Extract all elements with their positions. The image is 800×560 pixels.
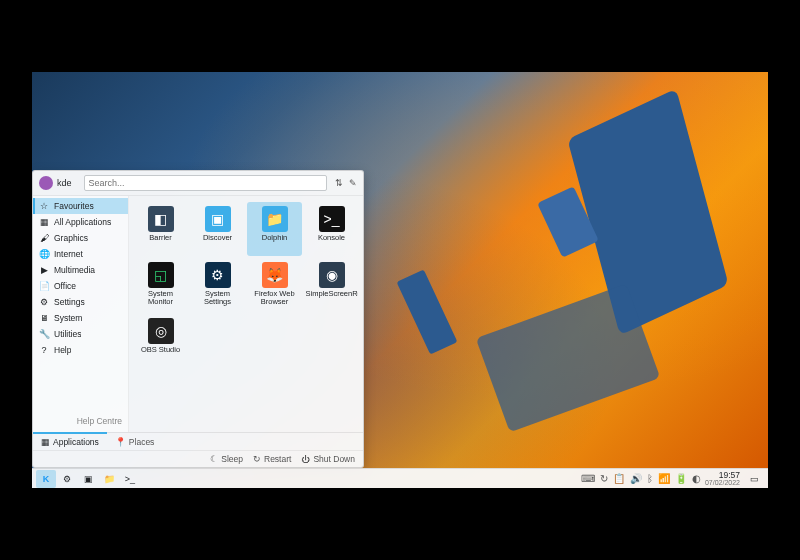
keyboard-layout-icon[interactable]: ⌨ [581,473,595,484]
category-label: Internet [54,249,83,259]
taskbar-app-launcher[interactable]: K [36,470,56,488]
app-icon: ◧ [148,206,174,232]
shutdown-button[interactable]: ⏻Shut Down [301,454,355,464]
category-icon: 🌐 [39,249,49,259]
category-label: Settings [54,297,85,307]
app-simplescreenrecorder[interactable]: ◉SimpleScreenRecorder [304,258,359,312]
category-label: Graphics [54,233,88,243]
network-icon[interactable]: 📶 [658,473,670,484]
category-sidebar: ☆Favourites▦All Applications🖌Graphics🌐In… [33,196,129,432]
app-label: SimpleScreenRecorder [306,290,358,298]
app-obs-studio[interactable]: ◎OBS Studio [133,314,188,368]
wallpaper-shape [397,269,458,354]
category-icon: 🖌 [39,233,49,243]
tab-applications[interactable]: ▦Applications [33,432,107,450]
taskbar-konsole[interactable]: >_ [120,470,140,488]
category-utilities[interactable]: 🔧Utilities [33,326,128,342]
app-label: Firefox Web Browser [249,290,301,307]
category-all-applications[interactable]: ▦All Applications [33,214,128,230]
category-icon: 📄 [39,281,49,291]
user-avatar[interactable] [39,176,53,190]
launcher-tabs: ▦Applications📍Places [33,432,363,450]
updates-icon[interactable]: ↻ [600,473,608,484]
app-firefox-web-browser[interactable]: 🦊Firefox Web Browser [247,258,302,312]
volume-icon[interactable]: 🔊 [630,473,642,484]
category-settings[interactable]: ⚙Settings [33,294,128,310]
system-tray: ⌨↻📋🔊ᛒ📶🔋◐ [581,473,701,484]
category-icon: ▦ [39,217,49,227]
application-launcher: kde ⇅ ✎ ☆Favourites▦All Applications🖌Gra… [32,170,364,468]
app-label: Konsole [318,234,345,242]
screen-frame: kde ⇅ ✎ ☆Favourites▦All Applications🖌Gra… [0,0,800,560]
category-icon: 🖥 [39,313,49,323]
clock-time: 19:57 [719,471,740,480]
search-input[interactable] [89,178,322,188]
app-icon: 📁 [262,206,288,232]
tab-icon: ▦ [41,437,50,447]
wallpaper-shape [476,284,661,433]
help-centre-link[interactable]: Help Centre [33,412,128,430]
category-graphics[interactable]: 🖌Graphics [33,230,128,246]
app-system-monitor[interactable]: ◱System Monitor [133,258,188,312]
sleep-button[interactable]: ☾Sleep [210,454,243,464]
restart-button[interactable]: ↻Restart [253,454,291,464]
app-label: Barrier [149,234,172,242]
taskbar: K⚙▣📁>_ ⌨↻📋🔊ᛒ📶🔋◐ 19:57 07/02/2022 ▭ [32,468,768,488]
category-favourites[interactable]: ☆Favourites [33,198,128,214]
category-icon: ☆ [39,201,49,211]
clock[interactable]: 19:57 07/02/2022 [701,471,744,487]
app-icon: >_ [319,206,345,232]
category-label: Help [54,345,71,355]
user-name: kde [57,178,72,188]
favourites-grid: ◧Barrier▣Discover📁Dolphin>_Konsole◱Syste… [129,196,363,432]
category-multimedia[interactable]: ▶Multimedia [33,262,128,278]
taskbar-discover[interactable]: ▣ [78,470,98,488]
app-dolphin[interactable]: 📁Dolphin [247,202,302,256]
power-row: ☾Sleep ↻Restart ⏻Shut Down [33,450,363,467]
launcher-header: kde ⇅ ✎ [33,171,363,196]
app-label: OBS Studio [141,346,180,354]
category-icon: ⚙ [39,297,49,307]
restart-icon: ↻ [253,454,261,464]
taskbar-dolphin[interactable]: 📁 [99,470,119,488]
night-color-icon[interactable]: ◐ [692,473,701,484]
app-icon: ⚙ [205,262,231,288]
app-system-settings[interactable]: ⚙System Settings [190,258,245,312]
taskbar-system-settings[interactable]: ⚙ [57,470,77,488]
app-label: System Settings [192,290,244,307]
app-konsole[interactable]: >_Konsole [304,202,359,256]
show-desktop-button[interactable]: ▭ [744,470,764,488]
search-field[interactable] [84,175,327,191]
category-label: All Applications [54,217,111,227]
sort-icon[interactable]: ⇅ [335,178,343,188]
app-barrier[interactable]: ◧Barrier [133,202,188,256]
category-office[interactable]: 📄Office [33,278,128,294]
settings-icon[interactable]: ✎ [349,178,357,188]
category-icon: 🔧 [39,329,49,339]
tab-label: Places [129,437,155,447]
category-help[interactable]: ?Help [33,342,128,358]
clock-date: 07/02/2022 [705,479,740,486]
app-icon: ◱ [148,262,174,288]
tab-places[interactable]: 📍Places [107,433,163,450]
app-label: System Monitor [135,290,187,307]
app-discover[interactable]: ▣Discover [190,202,245,256]
app-icon: ▣ [205,206,231,232]
category-icon: ? [39,345,49,355]
category-icon: ▶ [39,265,49,275]
app-icon: 🦊 [262,262,288,288]
battery-icon[interactable]: 🔋 [675,473,687,484]
sleep-icon: ☾ [210,454,218,464]
app-label: Dolphin [262,234,287,242]
clipboard-icon[interactable]: 📋 [613,473,625,484]
category-internet[interactable]: 🌐Internet [33,246,128,262]
app-label: Discover [203,234,232,242]
bluetooth-icon[interactable]: ᛒ [647,473,653,484]
category-label: Utilities [54,329,81,339]
app-icon: ◎ [148,318,174,344]
shutdown-icon: ⏻ [301,454,310,464]
desktop[interactable]: kde ⇅ ✎ ☆Favourites▦All Applications🖌Gra… [32,72,768,488]
tab-label: Applications [53,437,99,447]
category-system[interactable]: 🖥System [33,310,128,326]
tab-icon: 📍 [115,437,126,447]
